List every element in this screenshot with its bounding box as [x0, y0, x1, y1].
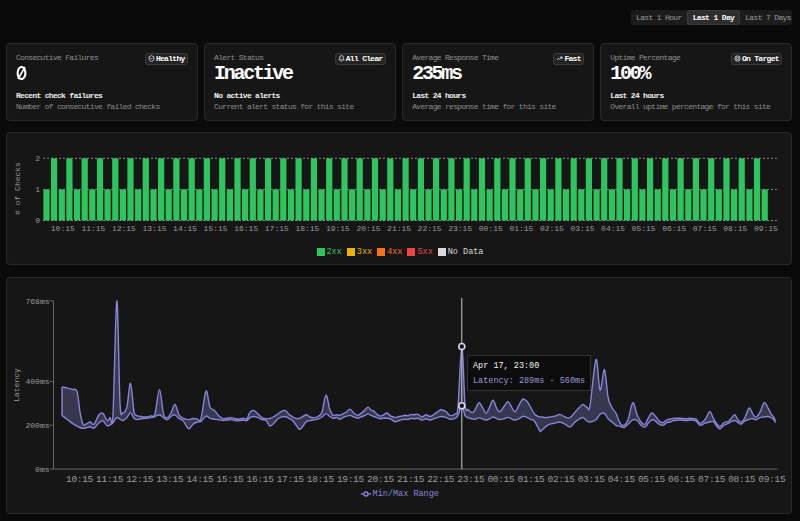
- svg-text:12:15: 12:15: [126, 473, 154, 484]
- svg-text:05:15: 05:15: [632, 224, 656, 233]
- svg-text:1: 1: [35, 185, 40, 194]
- svg-text:09:15: 09:15: [754, 224, 778, 233]
- svg-text:12:15: 12:15: [112, 224, 136, 233]
- svg-text:05:15: 05:15: [638, 473, 666, 484]
- svg-text:14:15: 14:15: [186, 473, 214, 484]
- svg-text:02:15: 02:15: [540, 224, 564, 233]
- svg-text:19:15: 19:15: [337, 473, 365, 484]
- svg-text:23:15: 23:15: [457, 473, 485, 484]
- svg-text:0ms: 0ms: [35, 464, 50, 473]
- svg-text:06:15: 06:15: [668, 473, 696, 484]
- svg-text:09:15: 09:15: [758, 473, 786, 484]
- svg-text:16:15: 16:15: [234, 224, 258, 233]
- svg-text:11:15: 11:15: [81, 224, 105, 233]
- svg-text:2: 2: [35, 154, 40, 163]
- svg-text:10:15: 10:15: [66, 473, 94, 484]
- svg-text:21:15: 21:15: [397, 473, 425, 484]
- svg-text:18:15: 18:15: [307, 473, 335, 484]
- svg-text:07:15: 07:15: [698, 473, 726, 484]
- svg-text:14:15: 14:15: [173, 224, 197, 233]
- svg-text:04:15: 04:15: [608, 473, 636, 484]
- svg-text:04:15: 04:15: [601, 224, 625, 233]
- svg-text:08:15: 08:15: [728, 473, 756, 484]
- svg-text:00:15: 00:15: [479, 224, 503, 233]
- svg-text:08:15: 08:15: [723, 224, 747, 233]
- svg-text:06:15: 06:15: [662, 224, 686, 233]
- svg-text:22:15: 22:15: [427, 473, 455, 484]
- svg-text:02:15: 02:15: [548, 473, 576, 484]
- svg-text:22:15: 22:15: [418, 224, 442, 233]
- svg-text:23:15: 23:15: [448, 224, 472, 233]
- svg-text:21:15: 21:15: [387, 224, 411, 233]
- svg-text:200ms: 200ms: [25, 421, 49, 430]
- svg-text:00:15: 00:15: [487, 473, 515, 484]
- svg-text:400ms: 400ms: [25, 377, 49, 386]
- svg-text:15:15: 15:15: [216, 473, 244, 484]
- svg-text:01:15: 01:15: [517, 473, 545, 484]
- svg-text:19:15: 19:15: [326, 224, 350, 233]
- svg-text:11:15: 11:15: [96, 473, 124, 484]
- svg-text:13:15: 13:15: [142, 224, 166, 233]
- svg-text:20:15: 20:15: [367, 473, 395, 484]
- svg-text:768ms: 768ms: [25, 296, 49, 305]
- svg-text:07:15: 07:15: [693, 224, 717, 233]
- svg-text:20:15: 20:15: [356, 224, 380, 233]
- svg-text:17:15: 17:15: [277, 473, 305, 484]
- svg-text:01:15: 01:15: [509, 224, 533, 233]
- svg-text:# of Checks: # of Checks: [13, 162, 22, 215]
- svg-text:03:15: 03:15: [578, 473, 606, 484]
- svg-text:15:15: 15:15: [204, 224, 228, 233]
- svg-text:17:15: 17:15: [265, 224, 289, 233]
- svg-text:03:15: 03:15: [570, 224, 594, 233]
- svg-text:16:15: 16:15: [247, 473, 275, 484]
- svg-text:18:15: 18:15: [295, 224, 319, 233]
- svg-text:0: 0: [35, 216, 40, 225]
- svg-text:13:15: 13:15: [156, 473, 184, 484]
- svg-text:Latency: Latency: [12, 368, 21, 402]
- svg-text:10:15: 10:15: [51, 224, 75, 233]
